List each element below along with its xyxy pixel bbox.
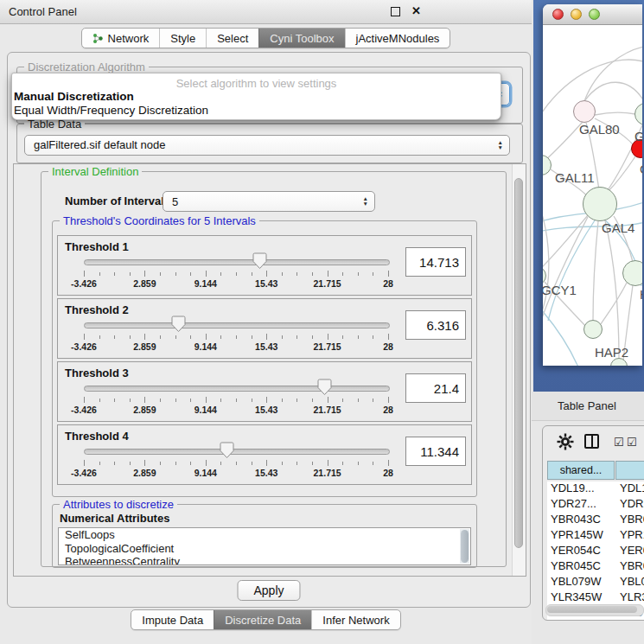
scrollbar-thumb[interactable] bbox=[547, 606, 637, 613]
cyni-toolbox-panel: Discretization Algorithm ▲ ▼ Table Data … bbox=[7, 52, 531, 608]
tick-label: 15.43 bbox=[255, 405, 277, 415]
tick-mark bbox=[160, 399, 161, 402]
network-node-gal4[interactable] bbox=[583, 187, 617, 221]
tick-mark bbox=[296, 335, 297, 339]
group-title: Threshold's Coordinates for 5 Intervals bbox=[60, 214, 259, 227]
tick-mark bbox=[312, 462, 313, 465]
list-item-topologicalcoefficient[interactable]: TopologicalCoefficient bbox=[59, 542, 470, 556]
numerical-attributes-list[interactable]: SelfLoops TopologicalCoefficient Between… bbox=[58, 527, 471, 565]
dropdown-item-manual-discretization[interactable]: Manual Discretization bbox=[12, 90, 501, 104]
group-title: Discretization Algorithm bbox=[24, 61, 149, 73]
tick-mark bbox=[358, 399, 359, 402]
threshold-value-field[interactable]: 21.4 bbox=[405, 373, 466, 403]
tab-select[interactable]: Select bbox=[206, 29, 258, 48]
threshold-label: Threshold 3 bbox=[65, 367, 129, 379]
threshold-label: Threshold 4 bbox=[65, 430, 129, 443]
network-node-hap2[interactable] bbox=[583, 320, 603, 339]
tab-cyni-toolbox[interactable]: Cyni Toolbox bbox=[258, 29, 344, 48]
split-columns-icon[interactable] bbox=[584, 434, 599, 449]
minimize-traffic-light-icon[interactable] bbox=[571, 9, 582, 20]
node-label-h: H bbox=[640, 287, 642, 302]
slider-tick-marks bbox=[84, 271, 388, 277]
tab-jactivemnodules[interactable]: jActiveMNodules bbox=[345, 29, 450, 48]
tick-label: -3.426 bbox=[71, 468, 97, 478]
table-row-ypr145w[interactable]: YPR145WYPR1 bbox=[547, 528, 644, 544]
panel-scrollbar[interactable] bbox=[512, 164, 526, 576]
network-node-h[interactable] bbox=[622, 260, 642, 286]
tick-mark bbox=[84, 460, 85, 466]
slider-thumb[interactable] bbox=[171, 316, 186, 333]
tick-mark bbox=[328, 334, 328, 340]
list-item-selfloops[interactable]: SelfLoops bbox=[59, 528, 470, 542]
slider-track[interactable] bbox=[84, 386, 390, 392]
tick-mark bbox=[328, 460, 328, 466]
tick-mark bbox=[99, 335, 100, 339]
tick-mark bbox=[296, 399, 297, 402]
tick-mark bbox=[144, 271, 145, 277]
zoom-traffic-light-icon[interactable] bbox=[589, 9, 600, 20]
tick-mark bbox=[114, 462, 115, 465]
scrollbar-thumb[interactable] bbox=[461, 530, 469, 563]
threshold-value-field[interactable]: 6.316 bbox=[405, 310, 466, 340]
column-header-shared-name[interactable]: shared... bbox=[547, 461, 615, 480]
tick-label: -3.426 bbox=[71, 278, 97, 289]
checkbox-icon[interactable]: ☑ bbox=[627, 437, 637, 448]
float-window-icon[interactable] bbox=[391, 7, 400, 16]
slider-track[interactable] bbox=[84, 322, 390, 328]
cell-shared-name: YBL079W bbox=[547, 575, 615, 590]
network-node-gal80[interactable] bbox=[573, 100, 596, 123]
slider-thumb[interactable] bbox=[317, 379, 332, 396]
slider-track[interactable] bbox=[84, 259, 390, 265]
tick-mark bbox=[388, 397, 389, 403]
tick-mark bbox=[373, 399, 373, 402]
tick-label: 28 bbox=[383, 278, 393, 289]
tick-label: 21.715 bbox=[314, 468, 341, 478]
tab-discretize-data[interactable]: Discretize Data bbox=[214, 610, 311, 629]
table-row-yer054c[interactable]: YER054CYER0 bbox=[547, 544, 644, 559]
table-row-ybr043c[interactable]: YBR043CYBR0 bbox=[547, 513, 644, 528]
table-data-group: Table Data galFiltered.sif default node … bbox=[16, 124, 523, 163]
spinner-arrows-icon: ▲ ▼ bbox=[363, 196, 368, 207]
tick-label: 21.715 bbox=[314, 341, 341, 352]
gear-icon[interactable] bbox=[557, 433, 574, 450]
tick-mark bbox=[130, 272, 131, 276]
slider-tick-marks bbox=[84, 397, 388, 404]
tick-label: 21.715 bbox=[314, 405, 341, 415]
number-of-intervals-spinner[interactable]: 5 ▲ ▼ bbox=[163, 191, 375, 212]
apply-button[interactable]: Apply bbox=[237, 580, 300, 601]
close-icon[interactable]: ✕ bbox=[411, 4, 421, 17]
group-title: Interval Definition bbox=[48, 165, 142, 178]
slider-track[interactable] bbox=[84, 449, 390, 455]
tick-mark bbox=[358, 462, 359, 465]
slider-thumb[interactable] bbox=[220, 442, 234, 459]
table-row-ydr27[interactable]: YDR27...YDR2 bbox=[547, 497, 644, 513]
tab-network[interactable]: Network bbox=[82, 29, 160, 48]
scrollbar-thumb[interactable] bbox=[514, 178, 523, 548]
checkbox-icon[interactable]: ☑ bbox=[614, 437, 624, 448]
slider-thumb[interactable] bbox=[252, 252, 267, 270]
tick-mark bbox=[312, 399, 313, 402]
close-traffic-light-icon[interactable] bbox=[552, 9, 564, 20]
tick-label: 15.43 bbox=[255, 341, 277, 352]
threshold-value-field[interactable]: 11.344 bbox=[405, 437, 466, 466]
list-item-betweennesscentrality[interactable]: BetweennessCentrality bbox=[59, 555, 470, 565]
table-row-ybl079w[interactable]: YBL079WYBL0 bbox=[547, 575, 644, 590]
cell-name: YDL1 bbox=[615, 481, 644, 497]
tab-style[interactable]: Style bbox=[159, 29, 206, 48]
table-hscrollbar[interactable] bbox=[545, 604, 644, 616]
node-label-hap2: HAP2 bbox=[595, 345, 628, 360]
dropdown-item-equal-width-frequency[interactable]: Equal Width/Frequency Discretization bbox=[12, 104, 501, 118]
tab-impute-data[interactable]: Impute Data bbox=[131, 610, 214, 629]
tab-infer-network[interactable]: Infer Network bbox=[311, 610, 399, 629]
table-row-ybr045c[interactable]: YBR045CYBR0 bbox=[547, 559, 644, 575]
table-data-select[interactable]: galFiltered.sif default node ▲ ▼ bbox=[24, 135, 510, 156]
panel-title: Control Panel bbox=[9, 5, 77, 18]
list-scrollbar[interactable] bbox=[460, 529, 469, 564]
combo-arrows-icon: ▲ ▼ bbox=[498, 140, 503, 150]
threshold-value-field[interactable]: 14.713 bbox=[405, 247, 466, 277]
table-row-ydl19[interactable]: YDL19...YDL1 bbox=[547, 481, 644, 497]
network-canvas[interactable]: GAL80GACGAL11GAL4GCY1HHAP2 bbox=[543, 25, 642, 366]
tick-label: 2.859 bbox=[133, 278, 156, 289]
dropdown-hint-item[interactable]: Select algorithm to view settings bbox=[12, 77, 501, 90]
column-header-name[interactable]: na bbox=[615, 461, 644, 480]
